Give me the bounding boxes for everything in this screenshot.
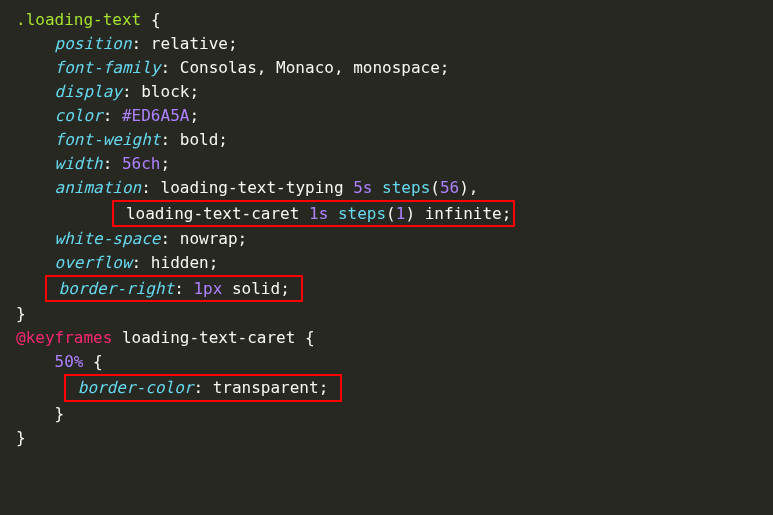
- line-keyframes-close: }: [16, 428, 26, 447]
- line-font-family: font-family: Consolas, Monaco, monospace…: [16, 58, 450, 77]
- line-50pct-close: }: [16, 404, 64, 423]
- line-selector: .loading-text {: [16, 10, 161, 29]
- line-border-right: border-right: 1px solid;: [16, 279, 303, 298]
- line-animation-1: animation: loading-text-typing 5s steps(…: [16, 178, 478, 197]
- line-animation-2: loading-text-caret 1s steps(1) infinite;: [16, 204, 515, 223]
- prop-position: position: [55, 34, 132, 53]
- prop-display: display: [55, 82, 122, 101]
- highlight-box-border-right: border-right: 1px solid;: [45, 275, 304, 302]
- prop-white-space: white-space: [55, 229, 161, 248]
- line-position: position: relative;: [16, 34, 238, 53]
- line-overflow: overflow: hidden;: [16, 253, 218, 272]
- line-border-color: border-color: transparent;: [16, 378, 342, 397]
- line-width: width: 56ch;: [16, 154, 170, 173]
- highlight-box-border-color: border-color: transparent;: [64, 374, 342, 401]
- prop-overflow: overflow: [55, 253, 132, 272]
- line-font-weight: font-weight: bold;: [16, 130, 228, 149]
- line-white-space: white-space: nowrap;: [16, 229, 247, 248]
- line-50pct: 50% {: [16, 352, 103, 371]
- css-selector: .loading-text: [16, 10, 141, 29]
- prop-color: color: [55, 106, 103, 125]
- code-block: .loading-text { position: relative; font…: [16, 8, 757, 450]
- prop-border-right: border-right: [59, 279, 175, 298]
- line-keyframes: @keyframes loading-text-caret {: [16, 328, 315, 347]
- prop-font-family: font-family: [55, 58, 161, 77]
- highlight-box-animation: loading-text-caret 1s steps(1) infinite;: [112, 200, 515, 227]
- line-color: color: #ED6A5A;: [16, 106, 199, 125]
- line-display: display: block;: [16, 82, 199, 101]
- prop-font-weight: font-weight: [55, 130, 161, 149]
- line-close-rule: }: [16, 304, 26, 323]
- prop-width: width: [55, 154, 103, 173]
- at-keyframes: @keyframes: [16, 328, 112, 347]
- prop-animation: animation: [55, 178, 142, 197]
- prop-border-color: border-color: [78, 378, 194, 397]
- keyframe-stop: 50%: [55, 352, 84, 371]
